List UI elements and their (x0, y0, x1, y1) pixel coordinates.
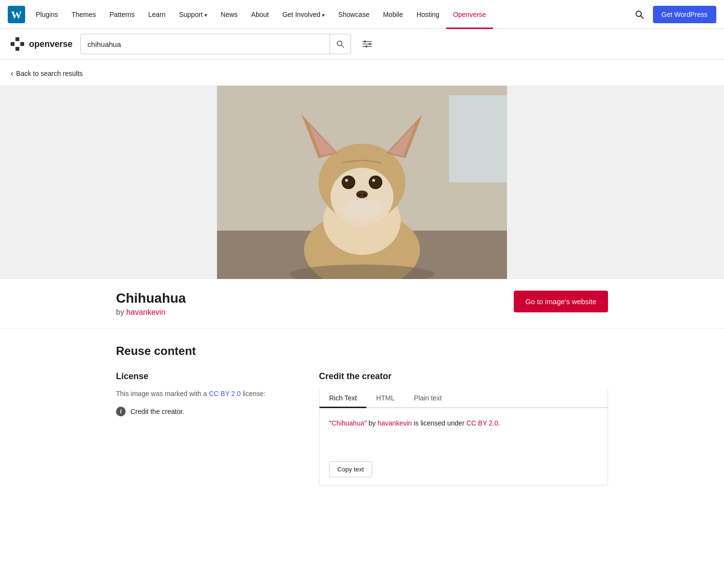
svg-point-32 (370, 176, 381, 188)
nav-link-plugins[interactable]: Plugins (29, 0, 65, 29)
openverse-search-button[interactable] (330, 34, 350, 54)
back-to-search-link[interactable]: ‹ Back to search results (0, 59, 724, 86)
wordpress-logo[interactable]: W (8, 6, 25, 23)
svg-rect-5 (11, 42, 14, 46)
reuse-section-title: Reuse content (116, 344, 608, 358)
image-title: Chihuahua (116, 291, 186, 306)
nav-link-hosting[interactable]: Hosting (410, 0, 446, 29)
credit-instruction: Credit the creator. (130, 408, 184, 415)
credit-row: i Credit the creator. (116, 407, 280, 416)
tab-html[interactable]: HTML (366, 389, 404, 408)
credit-tabs: Rich Text HTML Plain text (319, 389, 608, 408)
main-image (217, 86, 507, 279)
wordpress-logo-icon: W (8, 6, 25, 23)
search-icon (336, 40, 345, 48)
nav-item-hosting: Hosting (410, 0, 446, 29)
svg-point-33 (345, 179, 348, 182)
openverse-logo-icon (10, 36, 25, 52)
nav-item-get-involved: Get Involved (275, 0, 332, 29)
nav-item-learn: Learn (142, 0, 173, 29)
copy-text-button[interactable]: Copy text (329, 461, 372, 477)
image-title-block: Chihuahua by havankevin (116, 291, 186, 317)
openverse-logo-text: openverse (29, 39, 72, 49)
nav-search-button[interactable] (631, 6, 648, 23)
tab-rich-text[interactable]: Rich Text (319, 389, 366, 408)
license-col: License This image was marked with a CC … (116, 371, 280, 416)
top-navigation: W Plugins Themes Patterns Learn Support … (0, 0, 724, 29)
credit-creator-col: Credit the creator Rich Text HTML Plain … (319, 371, 608, 485)
license-link[interactable]: CC BY 2.0 (209, 390, 241, 397)
nav-item-news: News (214, 0, 245, 29)
image-author-line: by havankevin (116, 308, 186, 317)
nav-item-support: Support (172, 0, 214, 29)
svg-point-31 (343, 176, 354, 188)
back-arrow-icon: ‹ (11, 69, 13, 78)
info-circle-icon: i (116, 407, 126, 416)
svg-point-9 (337, 41, 342, 46)
openverse-subheader: openverse (0, 29, 724, 59)
nav-item-plugins: Plugins (29, 0, 65, 29)
main-content: ‹ Back to search results (0, 59, 724, 501)
nav-links-list: Plugins Themes Patterns Learn Support Ne… (29, 0, 631, 29)
credit-image-link[interactable]: Chihuahua (332, 419, 364, 427)
license-text: This image was marked with a CC BY 2.0 l… (116, 388, 280, 399)
nav-item-openverse: Openverse (446, 0, 492, 29)
nav-link-mobile[interactable]: Mobile (376, 0, 409, 29)
svg-point-37 (363, 194, 366, 196)
nav-link-showcase[interactable]: Showcase (332, 0, 376, 29)
nav-link-patterns[interactable]: Patterns (103, 0, 142, 29)
svg-line-10 (342, 45, 344, 48)
nav-link-get-involved[interactable]: Get Involved (275, 0, 332, 29)
nav-link-learn[interactable]: Learn (142, 0, 173, 29)
author-link[interactable]: havankevin (126, 308, 165, 316)
nav-item-about: About (245, 0, 276, 29)
reuse-two-col: License This image was marked with a CC … (116, 371, 608, 485)
nav-item-showcase: Showcase (332, 0, 376, 29)
credit-creator-title: Credit the creator (319, 371, 608, 382)
svg-point-34 (372, 179, 375, 182)
svg-point-38 (343, 199, 381, 219)
svg-rect-20 (449, 95, 507, 182)
search-icon (635, 10, 644, 19)
credit-author-link[interactable]: havankevin (377, 419, 412, 427)
svg-rect-7 (20, 42, 24, 46)
image-info-section: Chihuahua by havankevin Go to image's we… (0, 279, 724, 329)
nav-link-themes[interactable]: Themes (65, 0, 103, 29)
svg-rect-6 (15, 37, 19, 41)
credit-content: "Chihuahua" by havankevin is licensed un… (319, 408, 608, 461)
openverse-search-input[interactable] (81, 34, 330, 54)
svg-line-3 (641, 16, 643, 18)
svg-point-36 (358, 194, 361, 196)
openverse-search-bar (80, 34, 351, 54)
nav-link-openverse[interactable]: Openverse (446, 0, 492, 29)
license-title: License (116, 371, 280, 382)
svg-text:W: W (11, 9, 22, 21)
nav-link-support[interactable]: Support (172, 0, 214, 29)
nav-link-about[interactable]: About (245, 0, 276, 29)
svg-point-35 (356, 191, 368, 198)
filter-button[interactable] (359, 35, 376, 53)
nav-right-actions: Get WordPress (631, 6, 716, 23)
chihuahua-image-svg (217, 86, 507, 279)
svg-rect-8 (15, 47, 19, 51)
nav-link-news[interactable]: News (214, 0, 245, 29)
get-wordpress-button[interactable]: Get WordPress (653, 6, 716, 23)
image-container (0, 86, 724, 279)
tab-plain-text[interactable]: Plain text (404, 389, 451, 408)
svg-point-2 (636, 11, 641, 16)
license-text-prefix: This image was marked with a (116, 390, 207, 397)
nav-item-patterns: Patterns (103, 0, 142, 29)
credit-box: Rich Text HTML Plain text "Chihuahua" by… (319, 389, 608, 485)
openverse-logo[interactable]: openverse (10, 36, 72, 52)
go-to-image-website-button[interactable]: Go to image's website (514, 291, 608, 312)
credit-license-link[interactable]: CC BY 2.0 (466, 419, 498, 427)
nav-item-themes: Themes (65, 0, 103, 29)
reuse-section: Reuse content License This image was mar… (0, 329, 724, 501)
nav-item-mobile: Mobile (376, 0, 409, 29)
back-link-label: Back to search results (16, 70, 83, 77)
filter-icon (362, 39, 372, 49)
license-text-suffix: license: (243, 390, 265, 397)
